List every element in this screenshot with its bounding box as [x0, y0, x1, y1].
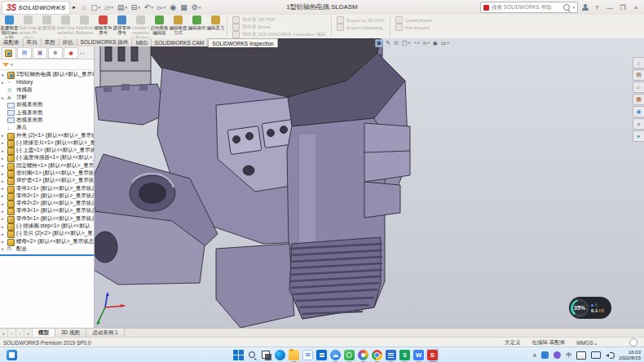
- tree-item[interactable]: ▸ 零件2<2> (默认<<默认>_显示状态: [0, 200, 94, 207]
- dropdown-arrow-icon[interactable]: ▾: [408, 41, 410, 45]
- select-icon[interactable]: ▻ ▾: [156, 2, 167, 13]
- minimize-button[interactable]: —: [605, 4, 615, 11]
- tree-item[interactable]: 前视基准面: [0, 101, 94, 108]
- export-menu-item[interactable]: 导出至 2D PDF: [232, 16, 326, 24]
- tree-item[interactable]: ▸ 注解: [0, 94, 94, 101]
- tab-scroll-arrows[interactable]: ‹ ›: [80, 51, 85, 55]
- tree-item[interactable]: ▸ 零件2<1> (默认<<默认>_显示状态: [0, 192, 94, 200]
- dropdown-arrow-icon[interactable]: ▾: [138, 5, 140, 10]
- featuremanager-tree-tab[interactable]: [2, 47, 16, 59]
- file-properties-icon[interactable]: ▦: [179, 2, 189, 13]
- dropdown-arrow-icon[interactable]: ▾: [125, 5, 127, 10]
- remove-balloons-button[interactable]: 移除零件序号: [94, 15, 112, 38]
- edit-operations-button[interactable]: 编辑操作: [187, 15, 206, 38]
- taskbar-app-store[interactable]: [315, 348, 329, 362]
- tab-layout[interactable]: 布局: [24, 38, 42, 46]
- tree-item[interactable]: ▸ (-) 温度传感器<1> (默认<<默认>_: [0, 154, 94, 161]
- tree-item[interactable]: ▸ 零件5<1> (默认<<默认>_显示状态: [0, 215, 94, 223]
- file-explorer-icon[interactable]: ▱: [633, 82, 644, 93]
- add-edit-balloons-button[interactable]: Add/Edit Balloons: [75, 15, 94, 38]
- close-button[interactable]: ×: [631, 4, 641, 11]
- cast-display-icon[interactable]: [591, 351, 601, 359]
- open-file-icon[interactable]: ▱ ▾: [103, 2, 114, 13]
- tree-item[interactable]: ▸ (-) 绝缘垫片<1> (默认<<默认>_显示: [0, 139, 94, 147]
- display-style-icon[interactable]: ◔ ▾: [412, 40, 421, 46]
- expand-arrow-icon[interactable]: ▸: [2, 216, 7, 221]
- taskbar-app-file-explorer[interactable]: [287, 348, 301, 362]
- export-menu-item[interactable]: 导出至 SOLIDWORKS Inspection 项目: [232, 31, 326, 38]
- dimxpert-tab[interactable]: ⊕: [48, 47, 63, 59]
- tree-item[interactable]: ▸ 固定螺栓<1> (默认<<默认>_显示状: [0, 162, 94, 170]
- expand-arrow-icon[interactable]: ▸: [2, 163, 7, 168]
- edit-vendors-button[interactable]: 编辑卖方: [206, 15, 225, 38]
- expand-arrow-icon[interactable]: ▸: [2, 156, 7, 161]
- custom-properties-icon[interactable]: ≡: [633, 118, 644, 130]
- tree-item[interactable]: ▸ 零件1<1> (默认<<默认>_显示状态: [0, 184, 94, 192]
- tree-item[interactable]: ▸ History: [0, 78, 94, 86]
- view-orientation-icon[interactable]: ▢ ▾: [401, 40, 411, 46]
- login-user-icon[interactable]: [581, 4, 589, 11]
- taskbar-task-view-icon[interactable]: [259, 348, 273, 362]
- previous-view-icon[interactable]: ↶: [367, 40, 373, 46]
- configurationmanager-tab[interactable]: ▣: [33, 47, 47, 59]
- tree-item[interactable]: ▸ 螺母<2> (默认<<默认>_显示状态: [0, 238, 94, 245]
- expand-arrow-icon[interactable]: ▸: [2, 95, 7, 100]
- panel-splitter-bar[interactable]: [0, 254, 94, 256]
- launch-template-editor-button[interactable]: 启动模板编辑器: [150, 15, 169, 38]
- tree-filter-bar[interactable]: ▾: [0, 60, 94, 70]
- taskbar-app-solidworks[interactable]: [426, 348, 439, 362]
- sketch-visibility-icon[interactable]: ✎: [385, 40, 391, 46]
- taskbar-clock[interactable]: 16:03 2022/8/15: [619, 350, 641, 361]
- tree-item[interactable]: 右视基准面: [0, 117, 94, 124]
- tree-item[interactable]: ▸ (-) 上盖<1> (默认<<默认>_显示状: [0, 147, 94, 154]
- expand-arrow-icon[interactable]: ▸: [2, 201, 7, 206]
- taskbar-app-mail[interactable]: [301, 348, 315, 362]
- taskbar-search-icon[interactable]: [245, 348, 259, 362]
- taskbar-app-wps[interactable]: [412, 348, 426, 362]
- tree-root-item[interactable]: ▾ 1型铝轴热电偶 (默认<默认_显示状态-1: [0, 71, 94, 78]
- dropdown-arrow-icon[interactable]: ▾: [417, 41, 419, 45]
- taskbar-app-sheet[interactable]: [398, 348, 412, 362]
- expand-arrow-icon[interactable]: ▸: [2, 133, 7, 138]
- edit-methods-button[interactable]: 编辑检查方式: [169, 15, 187, 38]
- taskbar-app-browser-360[interactable]: [356, 348, 370, 362]
- new-file-icon[interactable]: ▢ ▾: [89, 2, 102, 13]
- expand-arrow-icon[interactable]: ▸: [2, 140, 7, 145]
- search-icon[interactable]: [563, 4, 570, 11]
- tab-assembly[interactable]: 装配体: [0, 38, 24, 46]
- export-menu-item[interactable]: Net-Inspect: [395, 24, 432, 31]
- edit-appearance-icon[interactable]: ◉: [432, 40, 439, 46]
- ime-language-indicator[interactable]: 中: [566, 351, 571, 360]
- hide-show-items-icon[interactable]: ∞ ▾: [421, 40, 430, 46]
- add-characteristic-button[interactable]: Add Characteristic: [56, 15, 75, 38]
- tree-item[interactable]: ▸ 保护套<1> (默认<<默认>_显示状: [0, 177, 94, 184]
- zoom-to-fit-icon[interactable]: ⊡: [351, 40, 357, 46]
- tray-location-icon[interactable]: [554, 351, 561, 359]
- taskbar-app-edge[interactable]: [273, 348, 287, 362]
- taskbar-app-cloud[interactable]: [329, 348, 342, 362]
- edit-inspection-project-button[interactable]: Edit Inspection Project: [19, 15, 37, 38]
- dropdown-arrow-icon[interactable]: ▾: [199, 5, 201, 10]
- design-library-icon[interactable]: ▤: [633, 69, 644, 81]
- forum-icon[interactable]: ▸: [633, 130, 644, 142]
- save-icon[interactable]: ▤ ▾: [116, 2, 129, 13]
- apply-scene-icon[interactable]: ▭ ▾: [440, 40, 450, 46]
- tree-item[interactable]: ▸ 外壳 (2)<1> (默认<<默认>_显示状: [0, 131, 94, 139]
- dropdown-arrow-icon[interactable]: ▾: [164, 5, 166, 10]
- expand-arrow-icon[interactable]: ▸: [2, 186, 7, 191]
- search-input[interactable]: 搜索 SOLIDWORKS 帮助 ▾: [480, 2, 578, 13]
- expand-arrow-icon[interactable]: ▸: [2, 80, 7, 85]
- taskbar-corner-app[interactable]: [7, 350, 17, 360]
- export-menu-item[interactable]: Export to 3D PDF: [337, 16, 385, 24]
- dropdown-arrow-icon[interactable]: ▾: [99, 5, 101, 10]
- expand-arrow-icon[interactable]: ▸: [2, 246, 7, 251]
- solidworks-resources-icon[interactable]: ⌂: [633, 57, 644, 68]
- taskbar-app-reader[interactable]: [384, 348, 398, 362]
- update-inspection-project-button[interactable]: Update Inspection Project: [131, 15, 150, 38]
- tree-item[interactable]: 原点: [0, 124, 94, 131]
- dropdown-arrow-icon[interactable]: ▾: [111, 5, 113, 10]
- units-selector[interactable]: MMGS▴: [576, 340, 597, 346]
- print-icon[interactable]: ⊟ ▾: [130, 2, 142, 13]
- touch-keyboard-icon[interactable]: [576, 351, 586, 360]
- filter-dropdown-icon[interactable]: ▾: [11, 62, 13, 67]
